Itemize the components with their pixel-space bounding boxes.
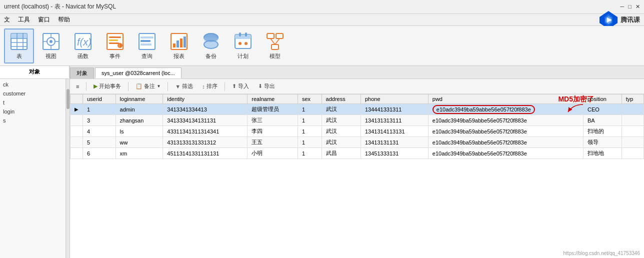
header-address: address <box>322 94 360 104</box>
svg-rect-48 <box>272 44 278 50</box>
backup-icon <box>201 32 221 52</box>
cell-identity: 4313133131331312 <box>163 137 248 148</box>
header-loginname: loginname <box>116 94 163 104</box>
begin-transaction-btn[interactable]: ▶ 开始事务 <box>90 82 124 91</box>
cell-position: 扫地的 <box>583 126 622 137</box>
cell-pwd: e10adc3949ba59abbe56e057f20f883e <box>428 126 583 137</box>
sidebar-tabs: 对象 <box>0 66 70 79</box>
header-position: position <box>583 94 622 104</box>
row-indicator <box>70 126 83 137</box>
svg-rect-23 <box>109 40 118 41</box>
filter-icon: ▼ <box>175 84 180 90</box>
svg-rect-47 <box>276 34 283 38</box>
toolbar-schedule-btn[interactable]: 计划 <box>228 28 258 64</box>
svg-rect-43 <box>245 32 247 36</box>
svg-rect-22 <box>109 36 121 38</box>
menu-bar: 文 工具 窗口 帮助 腾讯课 <box>0 14 644 26</box>
cell-identity: 3413334134131131 <box>163 115 248 126</box>
sidebar-scrollbar[interactable] <box>66 79 70 258</box>
menu-tools[interactable]: 工具 <box>18 16 30 24</box>
toolbar-backup-btn[interactable]: 备份 <box>196 28 226 64</box>
close-btn[interactable]: ✕ <box>636 4 640 10</box>
table-row[interactable]: 5ww4313133131331312王五1武汉13413131131e10ad… <box>70 137 644 148</box>
toolbar-schedule-label: 计划 <box>238 52 248 60</box>
sidebar-item-login[interactable]: login <box>1 107 64 116</box>
cell-sex: 1 <box>298 115 322 126</box>
row-indicator <box>70 148 83 159</box>
sep2 <box>128 82 128 91</box>
menu-wen[interactable]: 文 <box>4 16 10 24</box>
sidebar-item-s[interactable]: s <box>1 116 64 125</box>
cell-address: 武汉 <box>322 115 360 126</box>
header-sex: sex <box>298 94 322 104</box>
svg-point-45 <box>244 42 248 45</box>
toolbar-report-btn[interactable]: 报表 <box>164 28 194 64</box>
sep1 <box>86 82 86 91</box>
toolbar-table-label: 表 <box>16 52 22 60</box>
svg-rect-46 <box>267 34 274 38</box>
cell-address: 武昌 <box>322 148 360 159</box>
toolbar-function-label: 函数 <box>78 52 88 60</box>
row-indicator <box>70 137 83 148</box>
toolbar-view-btn[interactable]: 视图 <box>36 28 66 64</box>
maximize-btn[interactable]: □ <box>628 4 632 10</box>
cell-position: 扫地地 <box>583 148 622 159</box>
cell-loginname: ls <box>116 126 163 137</box>
toolbar-table-btn[interactable]: 表 <box>4 28 34 64</box>
cell-sex: 1 <box>298 148 322 159</box>
export-btn[interactable]: ⬇ 导出 <box>255 82 278 91</box>
view-icon <box>41 32 61 52</box>
table-row[interactable]: 3zhangsan3413334134131131张三1武汉1341313131… <box>70 115 644 126</box>
sort-btn[interactable]: ↕ 排序 <box>199 82 220 91</box>
sidebar-item-t[interactable]: t <box>1 98 64 107</box>
minimize-btn[interactable]: ─ <box>620 4 624 10</box>
report-icon <box>169 32 189 52</box>
sidebar-item-customer[interactable]: customer <box>1 89 64 98</box>
cell-address: 武汉 <box>322 126 360 137</box>
svg-rect-33 <box>176 40 179 48</box>
export-label: 导出 <box>264 82 275 90</box>
menu-window[interactable]: 窗口 <box>38 16 50 24</box>
title-text: urrent (localhost) - 表 - Navicat for MyS… <box>4 2 116 11</box>
menu-icon: ≡ <box>76 84 79 90</box>
svg-rect-42 <box>239 32 241 36</box>
cell-loginname: admin <box>116 104 163 115</box>
table-wrapper[interactable]: MD5加密了 userid loginname <box>70 94 644 258</box>
menu-help[interactable]: 帮助 <box>58 16 70 24</box>
table-row[interactable]: ▶1admin3413341334413超级管理员1武汉134441331311… <box>70 104 644 115</box>
toolbar: 表 视图 f(x) 函数 ! 事件 <box>0 26 644 66</box>
cell-loginname: xm <box>116 148 163 159</box>
sort-label: 排序 <box>206 82 218 90</box>
cell-realname: 小明 <box>248 148 298 159</box>
cell-userid: 5 <box>83 137 116 148</box>
svg-rect-32 <box>173 44 176 48</box>
svg-rect-30 <box>140 44 152 46</box>
cell-realname: 超级管理员 <box>248 104 298 115</box>
toolbar-query-btn[interactable]: 查询 <box>132 28 162 64</box>
watermark: https://blog.csdn.net/qq_41753346 <box>564 250 640 256</box>
menu-btn[interactable]: ≡ <box>73 82 82 90</box>
sidebar-list: ck customer t login s <box>0 79 66 258</box>
cell-loginname: ww <box>116 137 163 148</box>
cell-realname: 李四 <box>248 126 298 137</box>
table-row[interactable]: 6xm45113141331131131小明1武昌13451333131e10a… <box>70 148 644 159</box>
sep4 <box>224 82 225 91</box>
toolbar-query-label: 查询 <box>142 52 152 60</box>
tab-objects[interactable]: 对象 <box>70 68 94 78</box>
sidebar-tab-objects[interactable]: 对象 <box>0 66 70 78</box>
import-btn[interactable]: ⬆ 导入 <box>229 82 252 91</box>
toolbar-function-btn[interactable]: f(x) 函数 <box>68 28 98 64</box>
filter-btn[interactable]: ▼ 筛选 <box>172 82 196 91</box>
note-btn[interactable]: 📋 备注 ▼ <box>132 82 164 91</box>
table-row[interactable]: 4ls43311341311314341李四1武汉1341314113131e1… <box>70 126 644 137</box>
sidebar-item-ck[interactable]: ck <box>1 80 64 89</box>
header-identity: identity <box>163 94 248 104</box>
model-icon <box>265 32 285 52</box>
toolbar-event-btn[interactable]: ! 事件 <box>100 28 130 64</box>
svg-point-14 <box>50 40 52 43</box>
toolbar-model-btn[interactable]: 模型 <box>260 28 290 64</box>
cell-phone: 13413131131 <box>360 137 428 148</box>
cell-loginname: zhangsan <box>116 115 163 126</box>
svg-rect-41 <box>235 34 251 39</box>
tab-sys-user[interactable]: sys_user @0328carrent (loc... <box>95 68 182 78</box>
